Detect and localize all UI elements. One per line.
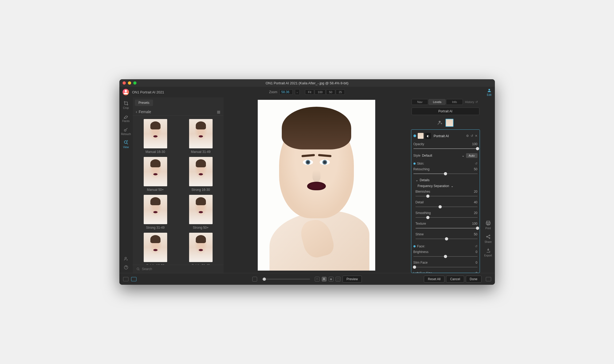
retouching-slider[interactable]	[413, 172, 478, 176]
portrait-ai-panel: ◐ Portrait AI ⚙ ↺ ✕ Opacity100 Style Def…	[411, 129, 480, 273]
reset-icon[interactable]: ↺	[471, 134, 473, 138]
preset-breadcrumb[interactable]: ‹ Female ▦	[133, 108, 224, 116]
cancel-button[interactable]: Cancel	[446, 276, 464, 283]
texture-slider[interactable]	[416, 226, 478, 230]
presets-tab[interactable]: Presets	[135, 100, 153, 106]
preset-thumbnail	[144, 119, 167, 148]
done-button[interactable]: Done	[466, 276, 482, 283]
auto-button[interactable]: Auto	[466, 153, 478, 158]
skin-enable-dot[interactable]	[413, 163, 416, 165]
shine-slider[interactable]	[416, 237, 478, 241]
softproof-icon[interactable]: ◉	[328, 277, 333, 282]
view-tool[interactable]: View	[122, 139, 130, 150]
preset-item[interactable]: Subtle 16-30	[136, 233, 175, 265]
face-enable-dot[interactable]	[413, 245, 416, 247]
image-canvas[interactable]	[224, 97, 409, 273]
compare-view-icon[interactable]	[131, 277, 136, 281]
preset-thumbnail	[144, 195, 167, 224]
levels-tab[interactable]: Levels	[429, 99, 445, 105]
history-button[interactable]: History↺	[463, 99, 479, 105]
user-settings-icon[interactable]	[124, 256, 128, 261]
export-button[interactable]: Export	[484, 248, 492, 257]
clipping-icon[interactable]: ⬚	[335, 277, 340, 282]
app-window: ON1 Portrait AI 2021 (Kaila After_-.jpg …	[119, 79, 495, 285]
close-icon[interactable]: ✕	[475, 134, 478, 138]
skin-reset-icon[interactable]: ↺	[475, 162, 478, 165]
preset-thumbnail	[144, 157, 167, 186]
minimize-window-button[interactable]	[128, 81, 131, 85]
face-thumbnail[interactable]	[445, 119, 453, 127]
opacity-slider[interactable]	[413, 147, 478, 151]
style-dropdown[interactable]: Default⌄	[422, 154, 464, 157]
preset-thumbnail	[144, 233, 167, 262]
preset-thumbnail	[189, 195, 213, 224]
preset-search	[133, 265, 224, 273]
zoom-100-button[interactable]: 100	[315, 89, 326, 95]
slim-face-slider[interactable]	[413, 265, 478, 269]
zoom-input[interactable]	[279, 89, 293, 95]
search-icon	[136, 267, 140, 271]
share-button[interactable]: Share	[484, 234, 492, 243]
presets-panel: Presets ‹ Female ▦ Manual 16-30Manual 31…	[133, 97, 224, 273]
preset-label: Manual 31-49	[191, 150, 210, 154]
face-strip	[409, 116, 482, 129]
preset-thumbnail	[189, 157, 213, 186]
svg-point-6	[137, 268, 139, 270]
left-toolstrip: Crop Faces Retouch View	[119, 97, 133, 273]
filter-name[interactable]: Portrait AI	[412, 108, 479, 115]
zoom-25-button[interactable]: 25	[336, 89, 345, 95]
footer-slider[interactable]	[262, 279, 310, 280]
print-button[interactable]: Print	[485, 220, 491, 230]
detail-slider[interactable]	[416, 205, 478, 209]
panel-enable-dot[interactable]	[413, 134, 416, 137]
nav-tab[interactable]: Nav	[412, 99, 428, 105]
face-reset-icon[interactable]: ↺	[475, 244, 478, 248]
smoothing-slider[interactable]	[416, 216, 478, 219]
preview-button[interactable]: Preview	[342, 276, 362, 283]
reset-all-button[interactable]: Reset All	[424, 276, 444, 283]
grid-view-icon[interactable]: ▦	[217, 110, 220, 114]
mask-b-icon[interactable]: A	[322, 277, 326, 282]
single-view-icon[interactable]	[123, 277, 128, 281]
preset-item[interactable]: Manual 31-49	[181, 119, 220, 154]
preset-thumbnail	[189, 119, 213, 148]
help-icon[interactable]	[124, 265, 128, 270]
preset-item[interactable]: Strong 31-49	[136, 195, 175, 230]
preset-item[interactable]: Strong 50+	[181, 195, 220, 230]
right-panel-toggle-icon[interactable]	[486, 277, 491, 281]
edit-mode-button[interactable]: Edit	[487, 88, 492, 96]
close-window-button[interactable]	[123, 81, 126, 85]
maximize-window-button[interactable]	[133, 81, 136, 85]
svg-point-0	[125, 90, 127, 92]
mask-a-icon[interactable]: □	[315, 277, 319, 282]
faces-tool[interactable]: Faces	[121, 113, 131, 124]
preset-item[interactable]: Strong 16-30	[181, 157, 220, 192]
titlebar: ON1 Portrait AI 2021 (Kaila After_-.jpg …	[119, 79, 495, 87]
square-icon[interactable]	[252, 277, 257, 282]
panel-face-thumb	[418, 133, 424, 139]
app-name: ON1 Portrait AI 2021	[132, 90, 164, 94]
preset-label: Strong 50+	[193, 226, 209, 230]
preset-item[interactable]: Manual 50+	[136, 157, 175, 192]
blemishes-slider[interactable]	[416, 194, 478, 198]
preset-item[interactable]: Manual 16-30	[136, 119, 175, 154]
retouch-tool[interactable]: Retouch	[120, 126, 132, 137]
frequency-dropdown[interactable]: Frequency Separation⌄	[416, 183, 478, 189]
crop-tool[interactable]: Crop	[122, 100, 130, 110]
preset-item[interactable]: Subtle 31-49	[181, 233, 220, 265]
panel-title: Portrait AI	[434, 134, 449, 138]
preset-search-input[interactable]	[142, 267, 220, 271]
info-tab[interactable]: Info	[446, 99, 463, 105]
add-face-icon[interactable]	[437, 120, 443, 126]
zoom-fit-button[interactable]: Fit	[305, 89, 314, 95]
zoom-50-button[interactable]: 50	[326, 89, 335, 95]
brightness-slider[interactable]	[413, 255, 478, 258]
panel-mask-icon[interactable]: ◐	[425, 133, 431, 139]
details-toggle[interactable]: ⌄Details	[416, 177, 478, 183]
gear-icon[interactable]: ⚙	[466, 134, 469, 138]
app-logo-icon	[123, 89, 129, 95]
svg-point-4	[125, 257, 126, 259]
zoom-dropdown[interactable]: ⌄	[295, 89, 300, 95]
zoom-controls: Zoom ⌄ Fit 100 50 25	[269, 89, 345, 95]
portrait-image	[258, 100, 375, 271]
